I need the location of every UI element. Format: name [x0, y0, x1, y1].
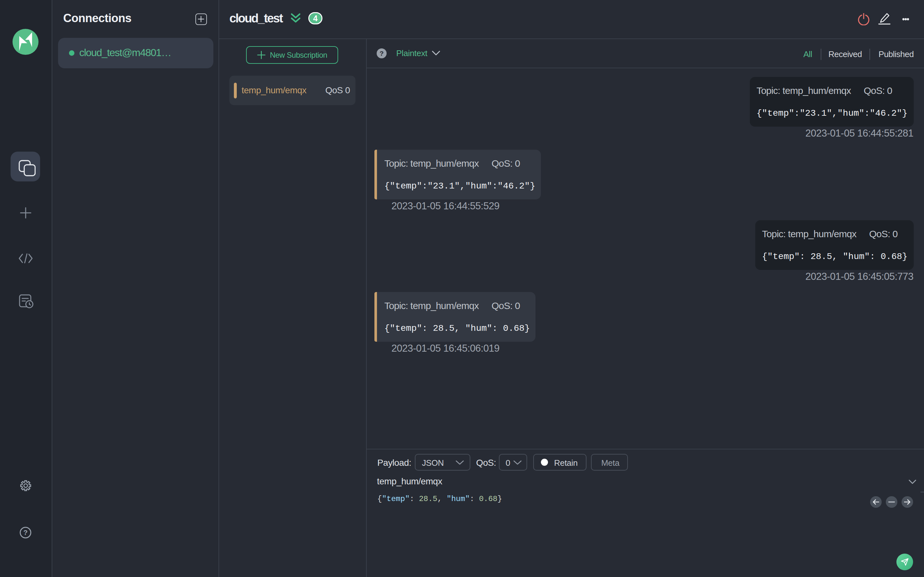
- svg-text:?: ?: [23, 529, 27, 537]
